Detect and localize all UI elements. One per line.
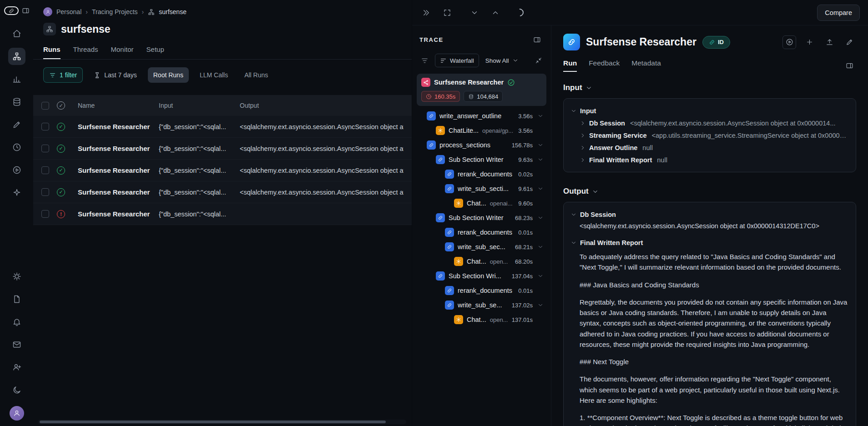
select-all-checkbox[interactable] — [41, 102, 49, 110]
sidebar-toggle-icon[interactable] — [22, 7, 30, 15]
trace-node[interactable]: Sub Section Writer 68.23s — [416, 210, 547, 225]
output-final-report-row[interactable]: Final Written Report — [570, 236, 849, 249]
fullscreen-icon[interactable] — [441, 7, 453, 19]
column-name[interactable]: Name — [78, 102, 159, 109]
breadcrumb-personal[interactable]: Personal — [56, 8, 81, 15]
collapse-all-icon[interactable] — [532, 54, 545, 67]
tab-monitor[interactable]: Monitor — [111, 45, 134, 59]
row-checkbox[interactable] — [41, 188, 49, 196]
langsmith-logo[interactable] — [4, 6, 19, 15]
input-field-row[interactable]: Streaming Service <app.utils.streaming_s… — [570, 129, 849, 141]
monitoring-icon[interactable] — [8, 70, 25, 88]
invite-user-icon[interactable] — [8, 359, 25, 376]
column-output[interactable]: Output — [240, 102, 404, 109]
table-row[interactable]: Surfsense Researcher {"db_session":"<sql… — [33, 116, 412, 138]
table-row[interactable]: Surfsense Researcher {"db_session":"<sql… — [33, 138, 412, 160]
trace-node[interactable]: write_sub_secti... 9.61s — [416, 181, 547, 196]
chip-root-runs[interactable]: Root Runs — [148, 67, 189, 83]
tab-threads[interactable]: Threads — [73, 45, 98, 59]
next-run-icon[interactable] — [469, 7, 480, 19]
workspace-avatar[interactable] — [43, 7, 52, 16]
row-checkbox[interactable] — [41, 166, 49, 174]
chevron-down-icon[interactable] — [536, 215, 545, 221]
trace-node[interactable]: Sub Section Writer 9.63s — [416, 152, 547, 167]
column-input[interactable]: Input — [159, 102, 240, 109]
table-row[interactable]: Surfsense Researcher {"db_session":"<sql… — [33, 203, 412, 225]
trace-node[interactable]: ChatLite... openai/gp... 3.56s — [416, 123, 547, 138]
datasets-icon[interactable] — [8, 93, 25, 110]
breadcrumb-tracing-projects[interactable]: Tracing Projects — [92, 8, 138, 15]
trace-node[interactable]: write_answer_outline 3.56s — [416, 109, 547, 123]
chip-all-runs[interactable]: All Runs — [239, 67, 273, 83]
trace-root-node[interactable]: Surfsense Researcher 160.35s 104,684 — [417, 74, 546, 106]
tab-run[interactable]: Run — [563, 59, 577, 72]
annotate-button[interactable] — [843, 35, 856, 49]
openai-icon — [454, 257, 463, 266]
inbox-icon[interactable] — [8, 336, 25, 353]
tab-setup[interactable]: Setup — [146, 45, 164, 59]
theme-toggle-icon[interactable] — [8, 381, 25, 399]
annotation-icon[interactable] — [8, 116, 25, 133]
run-id-badge[interactable]: ID — [702, 36, 730, 49]
status-filter-icon[interactable]: ✓ — [57, 101, 65, 110]
chevron-down-icon[interactable] — [536, 142, 545, 148]
trace-node[interactable]: write_sub_se... 137.02s — [416, 298, 547, 312]
detail-panel-toggle-icon[interactable] — [843, 59, 856, 72]
trace-node[interactable]: Chat... open... 137.01s — [416, 312, 547, 327]
input-field-row[interactable]: Final Written Report null — [570, 154, 849, 166]
experiments-icon[interactable] — [8, 139, 25, 156]
playground-icon[interactable] — [8, 161, 25, 179]
docs-icon[interactable] — [8, 291, 25, 308]
playground-button[interactable] — [782, 35, 796, 49]
waterfall-button[interactable]: Waterfall — [435, 54, 479, 67]
table-row[interactable]: Surfsense Researcher {"db_session":"<sql… — [33, 181, 412, 203]
tab-feedback[interactable]: Feedback — [589, 59, 620, 72]
trace-node[interactable]: rerank_documents 0.01s — [416, 225, 547, 240]
chain-icon — [436, 155, 445, 164]
trace-node[interactable]: process_sections 156.78s — [416, 138, 547, 152]
filter-chip[interactable]: 1 filter — [43, 67, 83, 83]
input-root-row[interactable]: Input — [570, 105, 849, 117]
row-checkbox[interactable] — [41, 123, 49, 130]
input-field-row[interactable]: Db Session <sqlalchemy.ext.asyncio.sessi… — [570, 117, 849, 129]
show-all-dropdown[interactable]: Show All — [483, 54, 521, 67]
compare-button[interactable]: Compare — [817, 5, 860, 21]
trace-node[interactable]: Sub Section Wri... 137.04s — [416, 269, 547, 283]
row-checkbox[interactable] — [41, 145, 49, 152]
trace-node[interactable]: Chat... openai... 9.60s — [416, 196, 547, 210]
table-row[interactable]: Surfsense Researcher {"db_session":"<sql… — [33, 160, 412, 181]
deployments-icon[interactable] — [8, 184, 25, 201]
tab-runs[interactable]: Runs — [43, 45, 61, 59]
tab-metadata[interactable]: Metadata — [631, 59, 661, 72]
trace-node[interactable]: rerank_documents 0.02s — [416, 167, 547, 181]
output-section-header[interactable]: Output — [563, 187, 856, 196]
trace-filter-icon[interactable] — [418, 54, 431, 67]
chevron-down-icon[interactable] — [536, 302, 545, 308]
input-section-header[interactable]: Input — [563, 83, 856, 92]
notifications-icon[interactable] — [8, 313, 25, 331]
output-db-session-row[interactable]: Db Session — [570, 208, 849, 221]
row-checkbox[interactable] — [41, 210, 49, 218]
date-range-chip[interactable]: Last 7 days — [88, 67, 142, 83]
input-field-row[interactable]: Answer Outline null — [570, 141, 849, 154]
chevron-down-icon[interactable] — [536, 156, 545, 163]
scrollbar-thumb[interactable] — [40, 421, 386, 423]
home-icon[interactable] — [8, 25, 25, 42]
tracing-projects-icon[interactable] — [8, 48, 25, 65]
user-avatar[interactable] — [10, 406, 24, 421]
add-to-dataset-button[interactable] — [802, 35, 816, 49]
settings-icon[interactable] — [8, 268, 25, 285]
chevron-down-icon[interactable] — [536, 113, 545, 119]
share-button[interactable] — [823, 35, 836, 49]
expand-panel-icon[interactable] — [420, 7, 432, 19]
breadcrumb-project[interactable]: surfsense — [159, 8, 187, 15]
prev-run-icon[interactable] — [490, 7, 501, 19]
trace-node[interactable]: write_sub_sec... 68.21s — [416, 240, 547, 254]
chip-llm-calls[interactable]: LLM Calls — [194, 67, 233, 83]
chevron-down-icon[interactable] — [536, 185, 545, 192]
chevron-down-icon[interactable] — [536, 273, 545, 279]
chevron-down-icon[interactable] — [536, 244, 545, 250]
trace-panel-toggle-icon[interactable] — [530, 33, 544, 46]
trace-node[interactable]: rerank_documents 0.01s — [416, 283, 547, 298]
trace-node[interactable]: Chat... open... 68.20s — [416, 254, 547, 269]
